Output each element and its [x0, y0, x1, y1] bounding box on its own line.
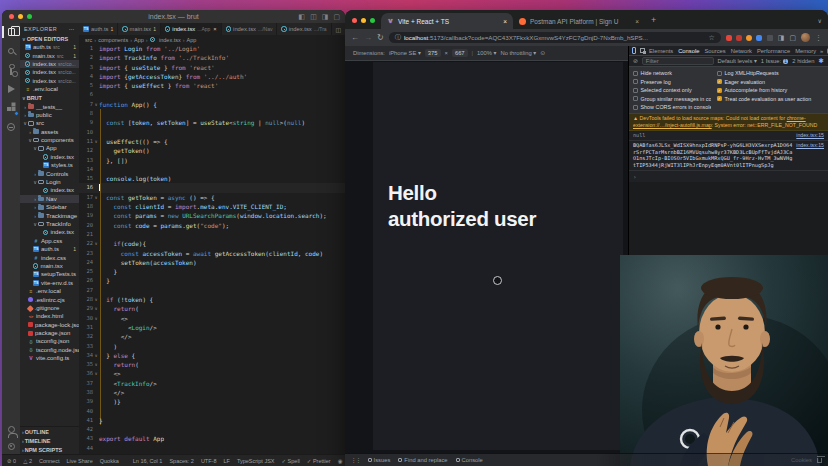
tree-item[interactable]: ›Sidebar — [20, 203, 79, 211]
code-line[interactable]: 28∨ if (!token) { — [79, 295, 345, 304]
devtools-tab-network[interactable]: Network — [731, 48, 752, 54]
code-line[interactable]: 9 const [token, setToken] = useState<str… — [79, 118, 345, 127]
checkbox-icon[interactable] — [633, 79, 638, 84]
devtools-tab-performance[interactable]: Performance — [757, 48, 790, 54]
status-item[interactable]: LF — [223, 458, 229, 464]
console-setting[interactable]: Log XMLHttpRequests — [717, 70, 824, 76]
close-icon[interactable]: × — [499, 18, 507, 25]
rotate-icon[interactable]: ⊙ — [540, 50, 545, 56]
log-levels-select[interactable]: Default levels ▾ — [718, 58, 757, 64]
forward-button[interactable]: → — [364, 33, 372, 42]
status-item[interactable]: ✓Prettier — [307, 458, 331, 464]
breadcrumb-item[interactable]: App — [187, 37, 197, 43]
new-tab-button[interactable]: + — [651, 15, 656, 25]
code-line[interactable]: 12 getToken() — [79, 146, 345, 155]
run-debug-icon[interactable] — [6, 84, 16, 94]
outline-section[interactable]: ›OUTLINE — [20, 427, 79, 436]
checkbox-icon[interactable] — [633, 71, 638, 76]
search-icon[interactable] — [6, 46, 16, 56]
zoom-traffic-light[interactable] — [370, 18, 375, 23]
checkbox-icon[interactable]: ✓ — [717, 96, 722, 101]
inspect-element-icon[interactable] — [640, 48, 645, 53]
breadcrumb-item[interactable]: components — [98, 37, 128, 43]
console-entry[interactable]: nullindex.tsx:15 — [629, 131, 828, 141]
settings-gear-icon[interactable] — [6, 444, 16, 454]
code-line[interactable]: 27 — [79, 286, 345, 295]
code-line[interactable]: 34∨ } else { — [79, 351, 345, 360]
code-line[interactable]: 4import {getAccessToken} from '../../aut… — [79, 72, 345, 81]
trash-icon[interactable] — [817, 458, 822, 463]
remote-explorer-icon[interactable] — [6, 122, 16, 132]
code-line[interactable]: 44 — [79, 444, 345, 453]
viewport-height-input[interactable]: 667 — [452, 49, 468, 57]
tree-item[interactable]: ›public — [20, 111, 79, 119]
code-line[interactable]: 11∨ useEffect(() => { — [79, 137, 345, 146]
console-setting[interactable]: Hide network — [633, 70, 711, 76]
tree-item[interactable]: {}tsconfig.node.json — [20, 346, 79, 354]
code-line[interactable]: 31 <Login/> — [79, 323, 345, 332]
notifications-bell-icon[interactable]: ◉ — [338, 458, 343, 464]
browser-tab[interactable]: Postman API Platform | Sign U× — [513, 13, 645, 29]
code-line[interactable]: 29∨ return( — [79, 304, 345, 313]
tree-item[interactable]: index.tsx — [20, 228, 79, 236]
tree-item[interactable]: Vvite.config.ts — [20, 354, 79, 362]
source-link[interactable]: index.tsx:15 — [796, 142, 824, 148]
issues-counter[interactable]: 1 Issue: 1 — [761, 58, 788, 65]
source-link[interactable]: index.tsx:15 — [796, 132, 824, 138]
tree-item[interactable]: ∨App — [20, 144, 79, 152]
code-line[interactable]: 30∨ <> — [79, 314, 345, 323]
layout-toggle-icons[interactable]: ◧◫◨▢ — [299, 13, 341, 21]
tree-item[interactable]: TSauth.ts1 — [20, 245, 79, 253]
tree-item[interactable]: index.tsx — [20, 153, 79, 161]
tree-item[interactable]: #index.css — [20, 253, 79, 261]
editor-tab[interactable]: main.tsx1 — [118, 23, 161, 35]
console-setting[interactable]: ✓Autocomplete from history — [717, 87, 824, 93]
devtools-tab-sources[interactable]: Sources — [704, 48, 725, 54]
code-line[interactable]: 42 — [79, 425, 345, 434]
address-bar[interactable]: ⓘ localhost:5173/callback?code=AQC43X7Fk… — [389, 32, 721, 43]
extensions-icon[interactable] — [6, 103, 16, 113]
drawer-tab-console[interactable]: Console — [456, 457, 483, 463]
open-editors-header[interactable]: ∨OPEN EDITORS — [20, 34, 79, 43]
code-line[interactable]: 23 const accessToken = await getAccessTo… — [79, 249, 345, 258]
root-folder-header[interactable]: ∨BRUT — [20, 93, 79, 102]
code-editor[interactable]: 1import Login from '../Login'2import Tra… — [79, 44, 345, 454]
more-tabs-icon[interactable]: » — [820, 48, 823, 54]
tree-item[interactable]: ∨src — [20, 119, 79, 127]
site-info-icon[interactable]: ⓘ — [395, 33, 401, 42]
close-icon[interactable]: × — [213, 26, 216, 32]
editor-tab[interactable]: TSauth.ts1 — [79, 23, 118, 35]
extension-icon[interactable] — [756, 35, 762, 41]
tree-item[interactable]: ∨components — [20, 136, 79, 144]
code-line[interactable]: 25 } — [79, 267, 345, 276]
extension-icon[interactable] — [726, 35, 732, 41]
drawer-menu-icon[interactable]: ⋮⋮ — [351, 457, 361, 463]
minimize-traffic-light[interactable] — [361, 18, 366, 23]
extension-icon[interactable] — [746, 35, 752, 41]
tab-group-icon[interactable]: ▢ — [789, 34, 796, 42]
code-line[interactable]: 3import { useState } from 'react' — [79, 63, 345, 72]
status-item[interactable]: Quokka — [100, 458, 119, 464]
tree-item[interactable]: package.json — [20, 329, 79, 337]
status-item[interactable]: TypeScript JSX — [237, 458, 275, 464]
account-icon[interactable] — [6, 425, 16, 435]
checkbox-icon[interactable] — [633, 96, 638, 101]
close-icon[interactable]: × — [631, 18, 639, 25]
code-line[interactable]: 40 — [79, 407, 345, 416]
tree-item[interactable]: TSstyles.ts — [20, 161, 79, 169]
code-line[interactable]: 38 </> — [79, 388, 345, 397]
profile-avatar[interactable] — [801, 33, 810, 42]
side-panel-icon[interactable]: ◨ — [778, 34, 785, 42]
code-line[interactable]: 35∨ return( — [79, 360, 345, 369]
console-prompt[interactable]: › — [629, 171, 828, 182]
code-line[interactable]: 6 — [79, 90, 345, 99]
status-item[interactable]: Ln 16, Col 1 — [133, 458, 163, 464]
status-item[interactable]: Connect — [39, 458, 60, 464]
tree-item[interactable]: package-lock.json — [20, 321, 79, 329]
tree-item[interactable]: ›assets — [20, 128, 79, 136]
code-line[interactable]: 32 </> — [79, 332, 345, 341]
code-line[interactable]: 26 } — [79, 276, 345, 285]
tree-item[interactable]: TSvite-env.d.ts — [20, 279, 79, 287]
devtools-tab-memory[interactable]: Memory — [795, 48, 816, 54]
rendered-page[interactable]: Helloauthorized user — [373, 62, 623, 450]
